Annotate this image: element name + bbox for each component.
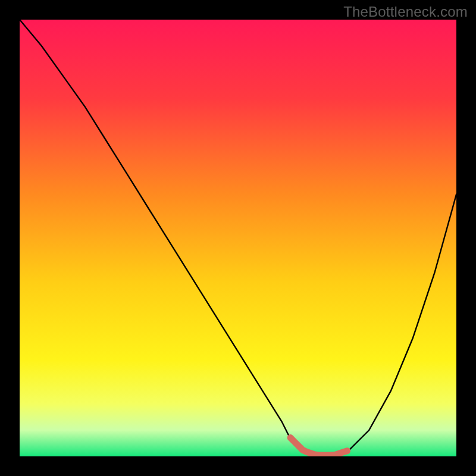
curve-layer	[20, 20, 456, 456]
watermark-text: TheBottleneck.com	[343, 4, 468, 20]
bottleneck-curve	[20, 20, 456, 456]
optimal-highlight	[290, 438, 347, 455]
chart-frame: TheBottleneck.com	[0, 0, 476, 476]
plot-area	[20, 20, 456, 456]
